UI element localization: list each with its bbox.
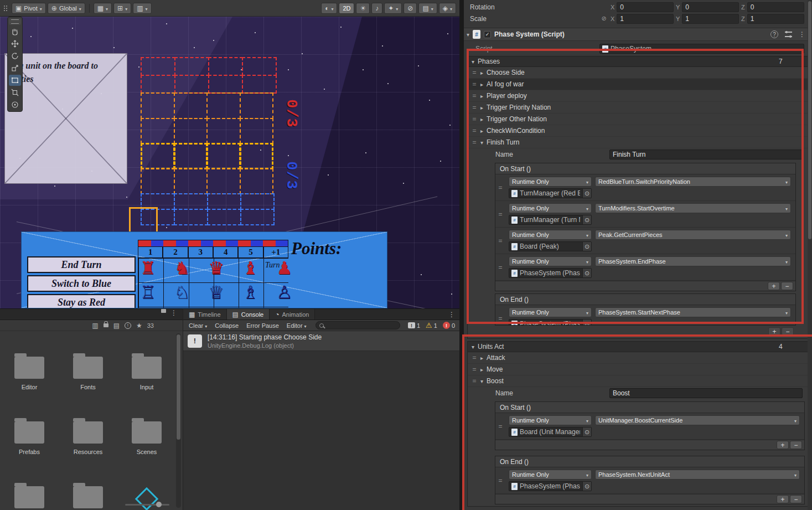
- audio-toggle-button[interactable]: ♪: [371, 3, 382, 14]
- alert-icon[interactable]: [125, 322, 131, 329]
- collapse-toggle[interactable]: Collapse: [211, 321, 242, 331]
- object-picker-icon[interactable]: [582, 427, 591, 436]
- scrollbar-thumb[interactable]: [177, 334, 180, 440]
- label-filter-icon[interactable]: ▤: [113, 322, 120, 329]
- units-list-header[interactable]: Units Act 4: [467, 341, 809, 352]
- transform-tool-button[interactable]: [9, 87, 21, 98]
- palette-grip-icon[interactable]: [9, 18, 21, 25]
- component-enabled-checkbox[interactable]: [484, 31, 491, 38]
- folder-item[interactable]: Resources: [59, 421, 117, 455]
- units-count-field[interactable]: 4: [779, 343, 804, 351]
- favorites-star-icon[interactable]: ★: [136, 322, 142, 329]
- drag-handle-icon[interactable]: [498, 315, 503, 322]
- toolbar-grip-icon[interactable]: [3, 5, 8, 12]
- event-function-dropdown[interactable]: TurnModifiers.StartOvertime: [595, 203, 791, 213]
- event-target-object-field[interactable]: PhaseSystem (Phase: [509, 481, 592, 491]
- tab-timeline[interactable]: ▦ Timeline: [183, 309, 227, 320]
- errors-filter-badge[interactable]: 0: [441, 322, 457, 329]
- folder-item[interactable]: Input: [117, 357, 176, 390]
- drag-handle-icon[interactable]: [498, 477, 503, 485]
- folder-item[interactable]: [0, 486, 59, 508]
- script-object-field[interactable]: PhaseSystem: [599, 44, 804, 54]
- console-log-entry[interactable]: [14:31:16] Starting phase Choose Side Un…: [183, 331, 459, 351]
- foldout-icon[interactable]: [480, 80, 483, 88]
- event-function-dropdown[interactable]: PhaseSystem.NextUnitAct: [595, 470, 800, 480]
- custom-tool-button[interactable]: [9, 99, 21, 110]
- panel-splitter[interactable]: [459, 0, 463, 510]
- scene-visibility-toggle[interactable]: ⊘: [404, 3, 417, 14]
- event-target-object-field[interactable]: PhaseSystem (Phase: [509, 268, 592, 278]
- presets-icon[interactable]: [785, 32, 792, 37]
- event-target-object-field[interactable]: TurnManager (Turn M: [509, 215, 592, 225]
- event-mode-dropdown[interactable]: Runtime Only: [509, 177, 592, 187]
- drag-handle-icon[interactable]: [472, 69, 477, 76]
- panel-menu-icon[interactable]: [448, 311, 455, 318]
- drag-handle-icon[interactable]: [498, 423, 503, 430]
- drag-handle-icon[interactable]: [472, 104, 477, 111]
- add-phase-button[interactable]: [768, 327, 780, 336]
- slider-knob[interactable]: [156, 502, 162, 507]
- snap-increment-dropdown[interactable]: ▥: [133, 3, 151, 14]
- pivot-mode-dropdown[interactable]: ▣ Pivot: [12, 3, 46, 14]
- rect-tool-button[interactable]: [9, 75, 21, 86]
- foldout-icon[interactable]: [480, 92, 483, 100]
- scale-tool-button[interactable]: [9, 63, 21, 74]
- event-function-dropdown[interactable]: PhaseSystem.EndPhase: [595, 256, 791, 266]
- 2d-toggle-button[interactable]: 2D: [339, 3, 354, 14]
- lock-icon[interactable]: [104, 323, 108, 327]
- add-event-button[interactable]: [768, 282, 780, 290]
- event-target-object-field[interactable]: Board (Peak): [509, 241, 592, 251]
- foldout-icon[interactable]: [480, 377, 483, 385]
- drag-handle-icon[interactable]: [472, 354, 477, 362]
- object-picker-icon[interactable]: [582, 482, 591, 491]
- shading-mode-dropdown[interactable]: ◐: [321, 3, 337, 14]
- object-picker-icon[interactable]: [582, 242, 591, 251]
- drag-handle-icon[interactable]: [498, 237, 503, 245]
- phases-count-field[interactable]: 7: [779, 58, 804, 65]
- error-pause-toggle[interactable]: Error Pause: [243, 321, 282, 331]
- phase-item[interactable]: Choose Side: [468, 67, 808, 79]
- phase-item[interactable]: CheckWinCondition: [468, 125, 808, 137]
- phase-item[interactable]: Player deploy: [468, 90, 808, 102]
- icon-size-slider[interactable]: [125, 504, 169, 506]
- foldout-icon[interactable]: [467, 30, 469, 38]
- add-event-button[interactable]: [777, 441, 789, 449]
- drag-handle-icon[interactable]: [498, 184, 503, 192]
- lighting-toggle-button[interactable]: ☀: [356, 3, 370, 14]
- unit-act-item[interactable]: Attack: [468, 352, 808, 364]
- gizmos-dropdown[interactable]: ◈: [439, 3, 456, 14]
- event-mode-dropdown[interactable]: Runtime Only: [509, 230, 592, 240]
- drag-handle-icon[interactable]: [472, 92, 477, 100]
- phase-item-expanded[interactable]: Finish Turn: [468, 137, 808, 148]
- phase-item[interactable]: Trigger Other Nation: [468, 114, 808, 125]
- unit-act-item[interactable]: Move: [468, 364, 808, 375]
- event-function-dropdown[interactable]: Peak.GetCurrentPieces: [595, 230, 791, 240]
- layout-toggle-icon[interactable]: ▥: [92, 322, 98, 329]
- object-picker-icon[interactable]: [582, 189, 591, 198]
- clear-button[interactable]: Clear: [185, 321, 210, 331]
- event-function-dropdown[interactable]: RedBlueTurn.SwitchPriorityNation: [595, 177, 791, 187]
- event-mode-dropdown[interactable]: Runtime Only: [509, 307, 592, 317]
- rotate-tool-button[interactable]: [9, 50, 21, 61]
- scale-x-field[interactable]: 1: [617, 14, 674, 24]
- foldout-icon[interactable]: [480, 138, 483, 146]
- phases-list-header[interactable]: Phases 7: [467, 56, 809, 67]
- object-picker-icon[interactable]: [582, 215, 591, 224]
- foldout-icon[interactable]: [480, 115, 483, 123]
- event-mode-dropdown[interactable]: Runtime Only: [509, 256, 592, 266]
- drag-handle-icon[interactable]: [472, 127, 477, 135]
- scale-z-field[interactable]: 1: [747, 14, 804, 24]
- phase-item[interactable]: Trigger Priority Nation: [468, 102, 808, 114]
- phase-item[interactable]: AI fog of war: [468, 79, 808, 90]
- remove-event-button[interactable]: [781, 282, 793, 290]
- drag-handle-icon[interactable]: [472, 115, 477, 123]
- view-hand-tool-button[interactable]: [9, 26, 21, 37]
- tab-animation[interactable]: ◔ Animation: [270, 309, 315, 320]
- warnings-filter-badge[interactable]: 1: [423, 321, 439, 329]
- event-target-object-field[interactable]: TurnManager (Red B: [509, 188, 592, 198]
- rotation-z-field[interactable]: 0: [747, 2, 804, 12]
- event-target-object-field[interactable]: PhaseSystem (Phase: [509, 319, 592, 326]
- rotation-y-field[interactable]: 0: [682, 2, 739, 12]
- tab-console[interactable]: ▤ Console: [227, 309, 270, 320]
- folder-item[interactable]: Fonts: [59, 357, 117, 390]
